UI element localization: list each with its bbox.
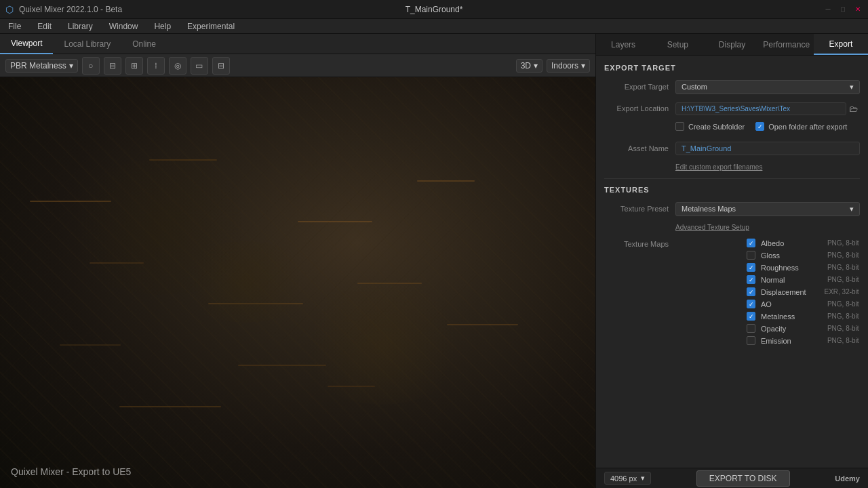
texture-normal-checkbox[interactable]: [747, 275, 755, 284]
texture-albedo-format: PNG, 8-bit: [812, 239, 859, 247]
texture-roughness-format: PNG, 8-bit: [812, 264, 859, 271]
shape-sphere-button[interactable]: ○: [82, 57, 100, 75]
create-subfolder-checkbox[interactable]: [675, 122, 684, 131]
viewport-background: [0, 77, 595, 488]
right-panel-tabs: Layers Setup Display Performance Export: [596, 34, 868, 56]
texture-maps-row: Texture Maps AlbedoPNG, 8-bitGlossPNG, 8…: [604, 239, 860, 348]
menu-library[interactable]: Library: [65, 20, 96, 33]
export-location-row: Export Location H:\YTB\W3_Series\Saves\M…: [604, 100, 860, 117]
export-to-disk-button[interactable]: EXPORT TO DISK: [696, 470, 790, 487]
view-dots-button[interactable]: ⁞: [147, 57, 165, 75]
texture-map-row: AlbedoPNG, 8-bit: [747, 239, 859, 247]
texture-preset-dropdown[interactable]: Metalness Maps ▾: [675, 202, 860, 216]
export-target-label: Export Target: [604, 83, 675, 91]
texture-displacement-format: EXR, 32-bit: [812, 288, 859, 296]
texture-opacity-format: PNG, 8-bit: [812, 325, 859, 332]
tab-online[interactable]: Online: [121, 34, 167, 54]
toolbar-right: 3D ▾ Indoors ▾: [516, 59, 590, 73]
view-plane-button[interactable]: ▭: [191, 57, 208, 75]
texture-map-row: DisplacementEXR, 32-bit: [747, 287, 859, 296]
menu-file[interactable]: File: [5, 20, 24, 33]
texture-displacement-checkbox[interactable]: [747, 287, 755, 296]
asset-name-value: T_MainGround: [682, 144, 731, 152]
export-target-dropdown[interactable]: Custom ▾: [675, 80, 860, 94]
tab-display[interactable]: Display: [705, 34, 759, 55]
maximize-button[interactable]: □: [838, 5, 848, 14]
view-extra-button[interactable]: ⊟: [212, 57, 230, 75]
texture-map-row: OpacityPNG, 8-bit: [747, 324, 859, 333]
texture-ao-checkbox[interactable]: [747, 300, 755, 308]
tab-export[interactable]: Export: [814, 34, 868, 55]
watermark-text: Quixel Mixer - Export to UE5: [11, 466, 131, 477]
viewport-content[interactable]: Quixel Mixer - Export to UE5: [0, 77, 595, 488]
view-3d-label: 3D: [521, 61, 531, 70]
tab-viewport[interactable]: Viewport: [0, 34, 53, 54]
texture-map-row: NormalPNG, 8-bit: [747, 275, 859, 284]
menu-edit[interactable]: Edit: [35, 20, 54, 33]
texture-gloss-format: PNG, 8-bit: [812, 251, 859, 259]
texture-map-row: MetalnessPNG, 8-bit: [747, 312, 859, 321]
pbr-mode-chevron: ▾: [69, 61, 73, 70]
asset-name-label: Asset Name: [604, 144, 675, 152]
texture-gloss-checkbox[interactable]: [747, 251, 755, 260]
edit-filenames-link[interactable]: Edit custom export filenames: [675, 163, 762, 171]
window-controls: ─ □ ✕: [823, 5, 863, 14]
tab-local-library[interactable]: Local Library: [53, 34, 121, 54]
texture-map-row: AOPNG, 8-bit: [747, 300, 859, 308]
section-divider-1: [604, 178, 860, 179]
texture-opacity-label: Opacity: [761, 325, 806, 333]
view-image-button[interactable]: ⊟: [104, 57, 121, 75]
view-circle-button[interactable]: ◎: [169, 57, 186, 75]
right-panel: Layers Setup Display Performance Export …: [595, 34, 868, 488]
texture-albedo-checkbox[interactable]: [747, 239, 755, 247]
advanced-setup-row: Advanced Texture Setup: [675, 222, 860, 232]
environment-chevron: ▾: [581, 61, 585, 70]
open-folder-label: Open folder after export: [768, 123, 847, 131]
texture-gloss-label: Gloss: [761, 251, 806, 260]
export-options-row: Create Subfolder Open folder after expor…: [675, 122, 860, 135]
texture-opacity-checkbox[interactable]: [747, 324, 755, 333]
menu-window[interactable]: Window: [106, 20, 141, 33]
asset-name-input[interactable]: T_MainGround: [675, 142, 860, 155]
tab-layers[interactable]: Layers: [596, 34, 650, 55]
menubar: File Edit Library Window Help Experiment…: [0, 19, 868, 34]
edit-filenames-row: Edit custom export filenames: [675, 162, 860, 171]
texture-ao-format: PNG, 8-bit: [812, 300, 859, 308]
titlebar-app: ⬡ Quixel Mixer 2022.1.0 - Beta: [5, 4, 122, 15]
pbr-mode-dropdown[interactable]: PBR Metalness ▾: [5, 59, 78, 73]
export-location-label: Export Location: [604, 104, 675, 113]
texture-roughness-checkbox[interactable]: [747, 263, 755, 272]
textures-section-header: TEXTURES: [604, 186, 860, 194]
tab-setup[interactable]: Setup: [650, 34, 705, 55]
right-panel-content: EXPORT TARGET Export Target Custom ▾ Exp…: [596, 56, 868, 468]
view-3d-dropdown[interactable]: 3D ▾: [516, 59, 542, 73]
texture-map-row: GlossPNG, 8-bit: [747, 251, 859, 260]
texture-preset-label: Texture Preset: [604, 205, 675, 213]
browse-folder-button[interactable]: 🗁: [846, 102, 860, 115]
menu-help[interactable]: Help: [151, 20, 174, 33]
viewport-toolbar: PBR Metalness ▾ ○ ⊟ ⊞ ⁞ ◎ ▭ ⊟ 3D ▾ Indoo…: [0, 54, 595, 77]
minimize-button[interactable]: ─: [823, 5, 833, 14]
view-3d-chevron: ▾: [534, 61, 538, 70]
texture-emission-checkbox[interactable]: [747, 336, 755, 345]
close-button[interactable]: ✕: [853, 5, 863, 14]
texture-maps-label: Texture Maps: [604, 239, 675, 248]
viewport-panel: Viewport Local Library Online PBR Metaln…: [0, 34, 595, 488]
open-folder-checkbox[interactable]: [755, 122, 764, 131]
view-grid-button[interactable]: ⊞: [125, 57, 143, 75]
texture-preset-chevron: ▾: [850, 205, 854, 214]
tab-performance[interactable]: Performance: [760, 34, 814, 55]
export-target-section-header: EXPORT TARGET: [604, 64, 860, 72]
menu-experimental[interactable]: Experimental: [184, 20, 237, 33]
texture-maps-list: AlbedoPNG, 8-bitGlossPNG, 8-bitRoughness…: [747, 239, 859, 348]
asset-name-row: Asset Name T_MainGround: [604, 140, 860, 157]
advanced-texture-setup-link[interactable]: Advanced Texture Setup: [675, 224, 749, 231]
texture-emission-format: PNG, 8-bit: [812, 337, 859, 344]
export-target-value: Custom: [682, 83, 707, 91]
open-folder-row: Open folder after export: [755, 122, 847, 131]
export-location-value: H:\YTB\W3_Series\Saves\Mixer\Tex: [682, 105, 790, 113]
environment-dropdown[interactable]: Indoors ▾: [547, 59, 590, 73]
texture-metalness-checkbox[interactable]: [747, 312, 755, 321]
export-location-input[interactable]: H:\YTB\W3_Series\Saves\Mixer\Tex: [675, 102, 846, 115]
px-size-dropdown[interactable]: 4096 px ▾: [604, 472, 651, 485]
